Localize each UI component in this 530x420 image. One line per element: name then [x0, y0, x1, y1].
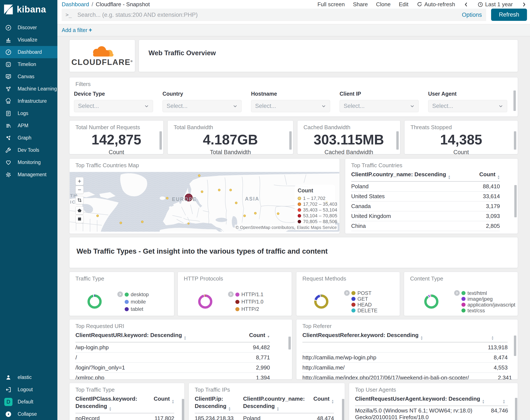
sidebar-item-canvas[interactable]: Canvas [0, 71, 57, 83]
scrollbar-thumb[interactable] [182, 399, 184, 420]
sort-icon[interactable]: ▲▼ [420, 335, 423, 340]
menu-clone[interactable]: Clone [376, 1, 391, 8]
map-draw-polygon-button[interactable] [75, 206, 84, 214]
legend-item-desktop[interactable]: desktop [125, 291, 149, 298]
sidebar-item-logout[interactable]: Logout [0, 383, 57, 396]
sidebar-item-collapse[interactable]: Collapse [0, 408, 57, 420]
sort-icon[interactable]: ▲▼ [276, 406, 279, 411]
scrollbar-thumb[interactable] [514, 131, 516, 150]
column-header[interactable]: ▲▼ [465, 331, 508, 340]
sort-icon[interactable]: ▲▼ [184, 335, 187, 340]
column-header[interactable]: ClientRequestUserAgent.keyword: Descendi… [355, 395, 485, 404]
sort-icon[interactable]: ▲▼ [109, 406, 112, 411]
sidebar-item-visualize[interactable]: Visualize [0, 34, 57, 46]
legend-item-http-2[interactable]: HTTP/2 [235, 306, 259, 312]
legend-expand-icon[interactable] [117, 291, 123, 297]
map-zoom-in-button[interactable]: + [75, 177, 84, 185]
scrollbar-thumb[interactable] [514, 90, 516, 111]
osm-attribution-link[interactable]: © OpenStreetMap contributors, [236, 225, 295, 230]
legend-item-http-1-1[interactable]: HTTP/1.1 [235, 291, 264, 298]
sort-icon[interactable]: ▲▼ [228, 406, 231, 411]
map-fit-bounds-button[interactable] [75, 196, 84, 204]
menu-edit[interactable]: Edit [399, 1, 408, 8]
legend-item-text-css[interactable]: text/css [461, 308, 485, 314]
search-input[interactable]: >_ Search... (e.g. status:200 AND extens… [62, 9, 486, 21]
scrollbar-thumb[interactable] [289, 131, 292, 150]
legend-item-get[interactable]: GET [351, 296, 368, 302]
auto-refresh-button[interactable]: Auto-refresh [416, 1, 455, 8]
column-header[interactable]: Count▼ [216, 331, 270, 340]
legend-item-application-javascript[interactable]: application/javascript [461, 302, 515, 308]
legend-item-tablet[interactable]: tablet [125, 306, 143, 312]
sort-icon[interactable]: ▲▼ [497, 175, 500, 180]
sort-icon[interactable]: ▲▼ [491, 335, 494, 340]
sidebar-item-infrastructure[interactable]: Infrastructure [0, 95, 57, 107]
column-header[interactable]: ClientRequestURI.keyword: Descending▲▼ [75, 331, 216, 340]
time-range-picker[interactable]: Last 1 year [477, 1, 513, 8]
legend-expand-icon[interactable] [344, 290, 350, 296]
user-agent-select[interactable]: Select... [428, 100, 507, 112]
legend-item-text-html[interactable]: text/html [461, 290, 487, 296]
menu-full-screen[interactable]: Full screen [317, 1, 345, 8]
sidebar-item-default[interactable]: DDefault [0, 396, 57, 408]
column-header[interactable]: ClientRequestReferer.keyword: Descending… [302, 331, 465, 340]
device-type-select[interactable]: Select... [74, 100, 153, 112]
time-forward-button[interactable] [521, 1, 527, 8]
scrollbar-thumb[interactable] [396, 131, 399, 150]
column-header[interactable]: Count▲▼ [143, 395, 174, 404]
time-back-button[interactable] [463, 1, 469, 8]
sidebar-item-machine-learning[interactable]: Machine Learning [0, 83, 57, 95]
sort-icon[interactable]: ▲▼ [448, 175, 451, 180]
menu-share[interactable]: Share [353, 1, 368, 8]
sidebar-item-logs[interactable]: Logs [0, 107, 57, 120]
legend-item-mobile[interactable]: mobile [125, 299, 146, 305]
sidebar-item-monitoring[interactable]: Monitoring [0, 156, 57, 168]
sidebar-item-dev-tools[interactable]: Dev Tools [0, 144, 57, 156]
sidebar-item-graph[interactable]: Graph [0, 132, 57, 144]
elastic-maps-service-link[interactable]: Elastic Maps Service [296, 225, 338, 230]
refresh-button[interactable]: Refresh [491, 9, 527, 21]
legend-item-delete[interactable]: DELETE [351, 308, 377, 314]
sidebar-item-timelion[interactable]: Timelion [0, 58, 57, 71]
scrollbar-thumb[interactable] [160, 131, 162, 150]
column-header[interactable]: Count▲▼ [454, 171, 500, 180]
column-header[interactable]: ClientIP.ip: Descending▲▼ [195, 395, 243, 411]
map-zoom-out-button[interactable]: − [75, 186, 84, 194]
add-filter-link[interactable]: Add a filter+ [62, 27, 92, 33]
donut-chart[interactable] [309, 289, 334, 315]
hostname-select[interactable]: Select... [251, 100, 330, 112]
sidebar-item-apm[interactable]: APM [0, 120, 57, 132]
sidebar-item-management[interactable]: Management [0, 168, 57, 181]
breadcrumb-dashboard-link[interactable]: Dashboard [62, 1, 89, 8]
country-select[interactable]: Select... [162, 100, 242, 112]
sidebar-item-discover[interactable]: Discover [0, 21, 57, 34]
world-map[interactable]: EUROPE ASIA TH IC + − Count 1 – 17,70217… [70, 172, 339, 232]
sort-icon[interactable]: ▲▼ [482, 399, 485, 404]
donut-chart[interactable] [418, 289, 444, 315]
scrollbar-thumb[interactable] [515, 398, 517, 420]
legend-item-post[interactable]: POST [351, 290, 371, 296]
sort-icon[interactable]: ▲▼ [502, 399, 505, 404]
map-draw-rectangle-button[interactable] [75, 215, 84, 223]
column-header[interactable]: ClientIPClass.keyword: Descending▲▼ [75, 395, 143, 411]
legend-expand-icon[interactable] [454, 290, 460, 296]
kibana-logo[interactable]: kibana [3, 3, 46, 16]
donut-chart[interactable] [192, 289, 218, 315]
column-header[interactable]: ClientIP.country_name: Descending▲▼ [351, 171, 454, 180]
legend-item-http-1-0[interactable]: HTTP/1.0 [235, 299, 264, 305]
scrollbar-thumb[interactable] [288, 337, 291, 349]
donut-chart[interactable] [82, 289, 107, 315]
column-header[interactable]: Count▲▼ [298, 395, 334, 404]
column-header[interactable]: ▲▼ [485, 395, 518, 404]
column-header[interactable]: ClientIP.country_name: Descending▲▼ [243, 395, 298, 411]
options-link[interactable]: Options [462, 12, 482, 18]
scrollbar-thumb[interactable] [342, 399, 344, 420]
scrollbar-thumb[interactable] [514, 185, 517, 217]
legend-expand-icon[interactable] [228, 291, 234, 297]
sidebar-item-elastic[interactable]: elastic [0, 371, 57, 383]
sort-desc-icon[interactable]: ▼ [267, 335, 270, 338]
client-ip-select[interactable]: Select... [339, 100, 419, 112]
sidebar-item-dashboard[interactable]: Dashboard [0, 46, 57, 58]
legend-item-image-jpeg[interactable]: image/jpeg [461, 296, 493, 302]
sort-icon[interactable]: ▲▼ [331, 399, 334, 404]
